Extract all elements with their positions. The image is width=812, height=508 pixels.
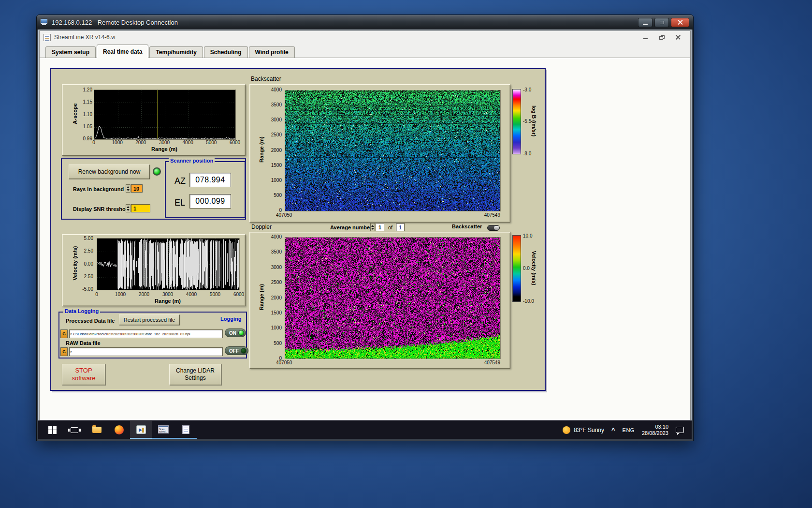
tab-system-setup[interactable]: System setup: [45, 46, 96, 58]
scanner-position-box: Scanner position AZ 078.994 EL 000.099: [165, 161, 246, 218]
snr-threshold-label: Display SNR threshold: [73, 206, 130, 212]
file-explorer-button[interactable]: [86, 421, 108, 439]
path-browse-icon[interactable]: ▸: [71, 350, 72, 354]
streamline-taskbar-button[interactable]: [130, 421, 152, 439]
velocity-plot: [97, 238, 240, 290]
change-lidar-settings-button[interactable]: Change LiDAR Settings: [169, 364, 221, 385]
average-number-value[interactable]: 1: [376, 223, 384, 231]
task-view-icon: [71, 427, 78, 433]
weather-text: 83°F Sunny: [574, 427, 604, 433]
rays-in-background-value[interactable]: 10: [131, 184, 143, 193]
processed-path-field[interactable]: ▸ C:\Lidar\Data\Proc\2023\202308\2023082…: [69, 329, 223, 338]
ascope-plot-group: A-scope 1.20 1.15 1.10 1.05 0.99 0: [62, 84, 246, 156]
stop-software-button[interactable]: STOP software: [62, 364, 105, 385]
spinner-arrows-icon[interactable]: [126, 184, 130, 193]
rdp-window: 192.168.0.122 - Remote Desktop Connectio…: [36, 15, 694, 441]
raw-path-field[interactable]: ▸: [69, 347, 223, 356]
restore-icon: [659, 35, 665, 40]
backscatter-doppler-toggle[interactable]: [487, 225, 500, 231]
remote-desktop: StreamLine XR v14-6.vi System setup Real…: [38, 30, 692, 439]
scan-scheduler-taskbar-button[interactable]: Scan sched...: [152, 421, 174, 439]
language-indicator[interactable]: ENG: [623, 427, 635, 433]
snr-threshold-control[interactable]: 1: [126, 204, 150, 212]
background-controls-box: Renew background now Rays in background …: [61, 158, 246, 220]
spinner-arrows-icon[interactable]: [126, 204, 130, 212]
ascope-plot[interactable]: [94, 90, 236, 140]
maximize-icon: [660, 21, 664, 24]
ascope-x-axis-label: Range (m): [94, 146, 235, 152]
doppler-x-start: 407050: [276, 360, 292, 365]
tab-page: Backscatter Doppler A-scope 1.20 1.15 1.…: [40, 58, 690, 420]
doppler-y-axis-label: Range (m): [259, 273, 264, 321]
renew-background-led-icon: [153, 167, 161, 176]
raw-drive-button[interactable]: C: [60, 347, 68, 356]
backscatter-plot-group: Range (m) 4000 3500 3000 2500 2000 1500 …: [249, 84, 510, 223]
document-taskbar-button[interactable]: [174, 421, 197, 439]
spinner-arrows-icon[interactable]: [370, 223, 375, 231]
backscatter-colorbar: [512, 89, 521, 154]
tab-wind-profile[interactable]: Wind profile: [249, 46, 295, 58]
app-window-icon: Scan sched...: [158, 425, 169, 433]
backscatter-section-title: Backscatter: [251, 75, 281, 82]
close-icon: [678, 20, 683, 25]
processed-drive-button[interactable]: C: [60, 329, 68, 338]
azimuth-label: AZ: [174, 176, 186, 186]
streamline-app-window: StreamLine XR v14-6.vi System setup Real…: [39, 30, 691, 420]
rdp-window-title: 192.168.0.122 - Remote Desktop Connectio…: [52, 19, 178, 26]
velocity-x-ticks: 0 1000 2000 3000 4000 5000 6000: [97, 292, 239, 298]
ascope-y-ticks: 1.20 1.15 1.10 1.05 0.99: [79, 87, 92, 141]
azimuth-value: 078.994: [189, 173, 231, 187]
taskbar: Scan sched... 83°F Sunny ^ ENG 0: [38, 420, 692, 439]
rdp-close-button[interactable]: [671, 18, 689, 27]
vi-file-icon: [44, 34, 51, 41]
clock[interactable]: 03:10 28/08/2023: [642, 424, 668, 436]
tab-temp-humidity[interactable]: Temp/humidity: [149, 46, 203, 58]
app-titlebar[interactable]: StreamLine XR v14-6.vi: [40, 31, 690, 44]
doppler-y-ticks: 4000 3500 3000 2500 2000 1500 1000 500 0: [266, 234, 282, 361]
clock-time: 03:10: [642, 424, 668, 430]
backscatter-colorbar-label: log B (/m/sr): [531, 92, 537, 150]
doppler-colorbar: [512, 235, 521, 302]
processed-data-file-label: Processed Data file: [66, 318, 115, 324]
app-minimize-button[interactable]: [637, 32, 653, 42]
app-close-button[interactable]: [670, 32, 686, 42]
rdp-minimize-button[interactable]: [638, 18, 652, 27]
desktop-background: 192.168.0.122 - Remote Desktop Connectio…: [0, 0, 812, 508]
restart-processed-file-button[interactable]: Restart processed file: [119, 314, 180, 325]
average-number-control[interactable]: 1: [370, 223, 384, 231]
backscatter-y-ticks: 4000 3500 3000 2500 2000 1500 1000 500 0: [266, 87, 282, 213]
ascope-x-ticks: 0 1000 2000 3000 4000 5000 6000: [94, 140, 235, 146]
task-view-button[interactable]: [63, 421, 86, 439]
scanner-position-title: Scanner position: [169, 158, 215, 164]
rdp-restore-button[interactable]: [654, 18, 669, 27]
renew-background-button[interactable]: Renew background now: [69, 164, 150, 179]
folder-icon: [92, 427, 102, 433]
windows-logo-icon: [48, 426, 57, 434]
velocity-plot-group: Velocity (m/s) 5.00 2.50 0.00 -2.50 -5.0…: [62, 234, 246, 306]
rays-in-background-control[interactable]: 10: [126, 184, 143, 193]
start-button[interactable]: [41, 421, 63, 439]
ascope-y-axis-label: A-scope: [72, 90, 78, 138]
app-restore-button[interactable]: [653, 32, 670, 42]
snr-threshold-value[interactable]: 1: [131, 204, 150, 212]
rays-in-background-label: Rays in background: [73, 186, 124, 192]
firefox-button[interactable]: [108, 421, 130, 439]
of-label: of: [388, 224, 392, 230]
data-logging-box: Data Logging Processed Data file Restart…: [58, 312, 247, 359]
rdp-titlebar[interactable]: 192.168.0.122 - Remote Desktop Connectio…: [37, 15, 693, 30]
tab-scheduling[interactable]: Scheduling: [204, 46, 248, 58]
data-logging-title: Data Logging: [63, 308, 100, 314]
toggle-knob-icon: [494, 226, 499, 230]
raw-logging-toggle[interactable]: OFF: [225, 346, 248, 355]
velocity-y-ticks: 5.00 2.50 0.00 -2.50 -5.00: [77, 236, 93, 292]
document-icon: [182, 425, 189, 434]
minimize-icon: [643, 38, 648, 39]
tab-bar: System setup Real time data Temp/humidit…: [40, 44, 690, 58]
tab-real-time-data[interactable]: Real time data: [97, 45, 148, 58]
weather-widget[interactable]: 83°F Sunny: [563, 426, 604, 434]
notification-center-icon[interactable]: [676, 427, 684, 433]
display-toggle-label: Backscatter: [452, 224, 482, 229]
path-browse-icon[interactable]: ▸: [71, 332, 72, 336]
tray-expand-chevron[interactable]: ^: [611, 426, 615, 433]
processed-logging-toggle[interactable]: ON: [225, 329, 246, 337]
